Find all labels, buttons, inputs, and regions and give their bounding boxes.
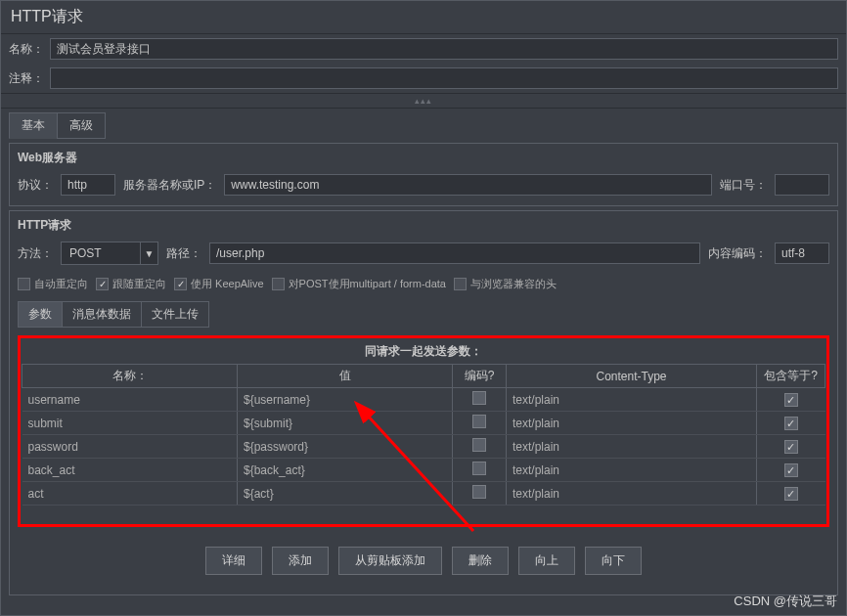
watermark: CSDN @传说三哥 — [734, 593, 837, 610]
comment-input[interactable] — [50, 67, 838, 89]
header-value: 值 — [238, 365, 453, 388]
table-row[interactable]: act${act}text/plain✓ — [22, 482, 825, 506]
params-table[interactable]: 名称： 值 编码? Content-Type 包含等于? username${u… — [22, 364, 825, 506]
cell-include-equals[interactable]: ✓ — [757, 388, 825, 412]
port-input[interactable] — [775, 174, 829, 196]
table-row[interactable]: submit${submit}text/plain✓ — [22, 412, 825, 435]
sub-tabs: 参数 消息体数据 文件上传 — [14, 301, 833, 328]
cell-include-equals[interactable]: ✓ — [757, 435, 825, 459]
port-label: 端口号： — [720, 177, 767, 194]
cell-content-type[interactable]: text/plain — [507, 435, 757, 459]
cell-value[interactable]: ${submit} — [238, 412, 453, 435]
table-row[interactable]: username${username}text/plain✓ — [22, 388, 825, 412]
cell-encode[interactable] — [453, 388, 507, 412]
header-content-type: Content-Type — [507, 365, 757, 388]
path-input[interactable] — [209, 242, 700, 264]
tab-advanced[interactable]: 高级 — [57, 112, 106, 139]
name-label: 名称： — [9, 41, 44, 58]
encoding-label: 内容编码： — [708, 245, 767, 262]
header-include-equals: 包含等于? — [757, 365, 825, 388]
params-button-row: 详细 添加 从剪贴板添加 删除 向上 向下 — [14, 535, 833, 587]
comment-label: 注释： — [9, 70, 44, 87]
encoding-input[interactable] — [775, 242, 829, 264]
window-title: HTTP请求 — [1, 1, 846, 34]
tab-basic[interactable]: 基本 — [9, 112, 58, 139]
sub-tab-upload[interactable]: 文件上传 — [141, 301, 209, 328]
http-sampler-panel: HTTP请求 名称： 注释： ▴▴▴ 基本 高级 Web服务器 协议： 服务器名… — [0, 0, 847, 616]
cell-content-type[interactable]: text/plain — [507, 459, 757, 482]
http-request-title: HTTP请求 — [14, 215, 833, 236]
delete-button[interactable]: 删除 — [452, 547, 509, 575]
detail-button[interactable]: 详细 — [205, 547, 262, 575]
checkbox-multipart[interactable]: 对POST使用multipart / form-data — [272, 277, 446, 291]
cell-value[interactable]: ${back_act} — [238, 459, 453, 482]
cell-name[interactable]: password — [22, 435, 238, 459]
checkbox-browser-headers[interactable]: 与浏览器兼容的头 — [454, 277, 557, 291]
http-request-group: HTTP请求 方法： POST ▼ 路径： 内容编码： 自动重定向 ✓跟随重定向… — [9, 210, 838, 595]
server-label: 服务器名称或IP： — [123, 177, 216, 194]
chevron-down-icon: ▼ — [140, 242, 157, 264]
method-label: 方法： — [18, 245, 53, 262]
web-server-group: Web服务器 协议： 服务器名称或IP： 端口号： — [9, 143, 838, 206]
checkbox-keepalive[interactable]: ✓使用 KeepAlive — [174, 277, 264, 291]
header-encode: 编码? — [453, 365, 507, 388]
header-name: 名称： — [22, 365, 238, 388]
method-value: POST — [62, 246, 140, 260]
cell-value[interactable]: ${act} — [238, 482, 453, 506]
protocol-label: 协议： — [18, 177, 53, 194]
table-row[interactable]: password${password}text/plain✓ — [22, 435, 825, 459]
cell-value[interactable]: ${username} — [238, 388, 453, 412]
sub-tab-params[interactable]: 参数 — [18, 301, 63, 328]
protocol-input[interactable] — [61, 174, 115, 196]
up-button[interactable]: 向上 — [518, 547, 575, 575]
cell-name[interactable]: submit — [22, 412, 238, 435]
cell-include-equals[interactable]: ✓ — [757, 482, 825, 506]
checkbox-auto-redirect[interactable]: 自动重定向 — [18, 277, 88, 291]
cell-name[interactable]: act — [22, 482, 238, 506]
path-label: 路径： — [166, 245, 201, 262]
cell-value[interactable]: ${password} — [238, 435, 453, 459]
cell-encode[interactable] — [453, 412, 507, 435]
name-input[interactable] — [50, 38, 838, 60]
web-server-title: Web服务器 — [14, 148, 833, 168]
add-clipboard-button[interactable]: 从剪贴板添加 — [338, 547, 442, 575]
cell-include-equals[interactable]: ✓ — [757, 412, 825, 435]
params-header-row: 名称： 值 编码? Content-Type 包含等于? — [22, 365, 825, 388]
down-button[interactable]: 向下 — [585, 547, 642, 575]
main-tabs: 基本 高级 — [1, 109, 846, 139]
cell-encode[interactable] — [453, 482, 507, 506]
method-select[interactable]: POST ▼ — [61, 242, 158, 265]
table-row[interactable]: back_act${back_act}text/plain✓ — [22, 459, 825, 482]
cell-name[interactable]: back_act — [22, 459, 238, 482]
divider-grip[interactable]: ▴▴▴ — [1, 93, 846, 109]
cell-content-type[interactable]: text/plain — [507, 482, 757, 506]
cell-content-type[interactable]: text/plain — [507, 388, 757, 412]
sub-tab-body[interactable]: 消息体数据 — [62, 301, 142, 328]
cell-encode[interactable] — [453, 435, 507, 459]
cell-encode[interactable] — [453, 459, 507, 482]
cell-name[interactable]: username — [22, 388, 238, 412]
params-highlight: 同请求一起发送参数： 名称： 值 编码? Content-Type 包含等于? … — [18, 335, 829, 527]
checkbox-follow-redirect[interactable]: ✓跟随重定向 — [96, 277, 166, 291]
server-input[interactable] — [224, 174, 712, 196]
add-button[interactable]: 添加 — [272, 547, 329, 575]
cell-include-equals[interactable]: ✓ — [757, 459, 825, 482]
params-title: 同请求一起发送参数： — [22, 339, 825, 364]
cell-content-type[interactable]: text/plain — [507, 412, 757, 435]
